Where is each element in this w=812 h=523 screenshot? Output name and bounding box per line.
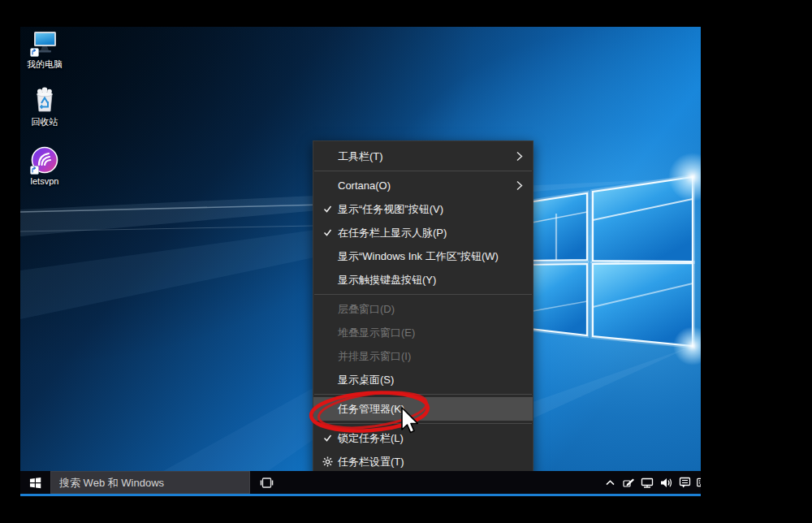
menu-item-state-icon	[320, 321, 335, 344]
shortcut-arrow-icon	[30, 166, 39, 175]
menu-item-label: 层叠窗口(D)	[338, 302, 395, 317]
menu-item-state-icon	[320, 368, 335, 391]
menu-item-state-icon	[320, 397, 335, 421]
menu-item-lock-taskbar[interactable]: 锁定任务栏(L)	[313, 426, 533, 450]
gear-icon	[322, 456, 333, 467]
action-center-icon	[679, 477, 691, 488]
menu-separator	[314, 394, 532, 395]
menu-item-show-desktop[interactable]: 显示桌面(S)	[313, 368, 533, 391]
submenu-arrow-icon	[516, 174, 523, 197]
menu-item-state-icon	[320, 145, 335, 168]
desktop-icon-recycle-bin[interactable]: 回收站	[20, 86, 69, 128]
menu-item-label: 显示桌面(S)	[338, 373, 394, 387]
task-view-button[interactable]	[253, 471, 280, 494]
check-icon	[323, 205, 332, 214]
menu-item-label: 显示“Windows Ink 工作区”按钮(W)	[338, 249, 499, 264]
pen-icon	[623, 478, 635, 488]
menu-item-toolbars[interactable]: 工具栏(T)	[313, 145, 533, 168]
keyboard-icon[interactable]	[697, 476, 701, 489]
desktop-icon-label: letsvpn	[31, 176, 59, 186]
check-icon	[323, 228, 332, 237]
pen-icon[interactable]	[622, 476, 635, 489]
menu-item-state-icon	[320, 174, 335, 197]
menu-item-state-icon	[320, 426, 335, 450]
desktop-icon-label: 我的电脑	[27, 58, 63, 71]
menu-item-taskbar-settings[interactable]: 任务栏设置(T)	[313, 450, 533, 473]
taskbar: 中	[20, 471, 701, 494]
menu-item-cascade-windows: 层叠窗口(D)	[313, 297, 533, 321]
desktop-icon-image	[31, 86, 58, 114]
screen-bottom-edge	[20, 494, 701, 496]
menu-item-label: 工具栏(T)	[338, 149, 383, 164]
menu-item-state-icon	[320, 197, 335, 221]
desktop-icon-label: 回收站	[32, 116, 58, 128]
menu-item-show-windows-ink-workspace-button[interactable]: 显示“Windows Ink 工作区”按钮(W)	[313, 244, 533, 268]
task-view-icon	[260, 478, 274, 488]
menu-item-label: Cortana(O)	[338, 179, 391, 192]
menu-item-label: 显示触摸键盘按钮(Y)	[338, 273, 436, 287]
menu-separator	[314, 423, 532, 424]
hidden-icons-chevron[interactable]	[603, 476, 616, 489]
network-icon	[641, 478, 654, 488]
menu-item-state-icon	[320, 297, 335, 321]
volume-icon	[660, 478, 672, 488]
taskbar-search-box[interactable]	[50, 471, 250, 494]
hidden-icons-chevron-icon	[606, 480, 615, 486]
menu-item-task-manager[interactable]: 任务管理器(K)	[313, 397, 533, 421]
start-button[interactable]	[20, 471, 50, 494]
menu-item-label: 并排显示窗口(I)	[338, 349, 411, 364]
system-tray: 中	[603, 471, 701, 494]
keyboard-icon	[697, 478, 701, 487]
menu-item-label: 显示“任务视图”按钮(V)	[338, 202, 443, 217]
action-center-icon[interactable]	[678, 476, 691, 489]
menu-item-state-icon	[320, 344, 335, 368]
taskbar-context-menu: 工具栏(T) Cortana(O) 显示“任务视图”按钮(V) 在任务栏上显示人…	[313, 140, 533, 478]
menu-item-show-touch-keyboard-button[interactable]: 显示触摸键盘按钮(Y)	[313, 268, 533, 292]
menu-item-show-task-view-button[interactable]: 显示“任务视图”按钮(V)	[313, 197, 533, 221]
submenu-arrow-icon	[516, 145, 523, 168]
menu-item-label: 任务管理器(K)	[338, 402, 404, 417]
menu-item-label: 锁定任务栏(L)	[338, 431, 404, 446]
recycle-icon	[31, 86, 58, 114]
menu-item-side-by-side-windows: 并排显示窗口(I)	[313, 344, 533, 368]
volume-icon[interactable]	[659, 476, 672, 489]
desktop-icon-my-computer[interactable]: 我的电脑	[20, 28, 69, 71]
windows-logo-icon	[29, 477, 41, 489]
menu-item-state-icon	[320, 268, 335, 292]
menu-separator	[314, 171, 532, 171]
menu-separator	[314, 294, 532, 295]
menu-item-cortana[interactable]: Cortana(O)	[313, 174, 533, 197]
desktop-icon-letsvpn[interactable]: letsvpn	[20, 146, 69, 186]
menu-item-stack-windows: 堆叠显示窗口(E)	[313, 321, 533, 344]
desktop-icon-image	[31, 146, 58, 174]
desktop-icon-image	[31, 28, 58, 56]
chevron-right-icon	[516, 151, 523, 162]
screenshot-frame: 我的电脑 回收站 letsvpn 工具栏(T) Cortana(O) 显示“任务…	[0, 0, 812, 523]
search-input[interactable]	[51, 477, 249, 489]
shortcut-arrow-icon	[30, 48, 39, 57]
network-icon[interactable]	[641, 476, 654, 489]
menu-item-label: 在任务栏上显示人脉(P)	[338, 226, 447, 240]
menu-item-label: 任务栏设置(T)	[338, 455, 404, 469]
check-icon	[323, 434, 332, 443]
menu-item-state-icon	[320, 450, 335, 473]
menu-item-show-people-on-taskbar[interactable]: 在任务栏上显示人脉(P)	[313, 221, 533, 244]
menu-item-state-icon	[320, 244, 335, 268]
windows-desktop: 我的电脑 回收站 letsvpn 工具栏(T) Cortana(O) 显示“任务…	[20, 27, 701, 496]
menu-item-label: 堆叠显示窗口(E)	[338, 326, 415, 340]
chevron-right-icon	[516, 180, 523, 191]
menu-item-state-icon	[320, 221, 335, 244]
